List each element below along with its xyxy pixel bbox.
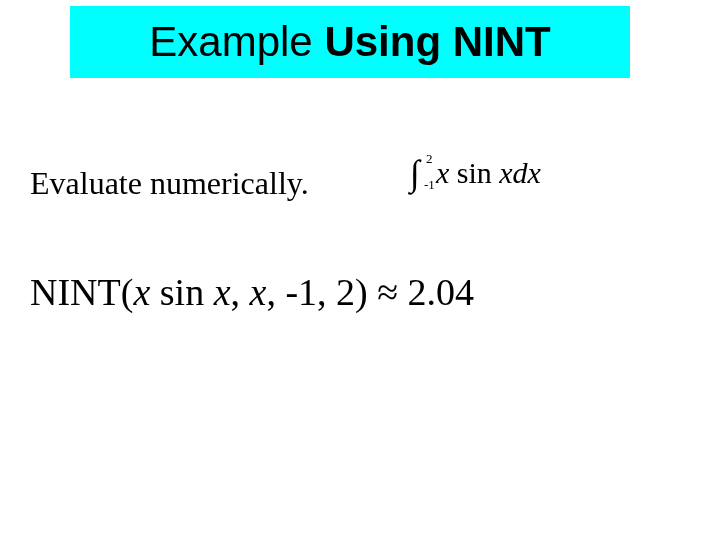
res-comma1: , bbox=[231, 271, 250, 313]
title-prefix: Example bbox=[149, 18, 324, 65]
res-xvar: x bbox=[250, 271, 267, 313]
integrand: x sin xdx bbox=[436, 156, 541, 190]
prompt-text: Evaluate numerically. bbox=[30, 165, 309, 202]
res-value: 2.04 bbox=[398, 271, 474, 313]
lower-limit: -1 bbox=[424, 177, 435, 193]
upper-limit: 2 bbox=[426, 151, 433, 167]
nint-func: NINT( bbox=[30, 271, 133, 313]
integral-symbol: ∫ bbox=[410, 153, 420, 193]
title-bold: Using NINT bbox=[324, 18, 550, 65]
integrand-x2: xdx bbox=[499, 156, 541, 189]
res-x1: x bbox=[133, 271, 150, 313]
res-approx: ≈ bbox=[377, 271, 398, 313]
res-rest: , -1, 2) bbox=[266, 271, 377, 313]
title-box: Example Using NINT bbox=[70, 6, 630, 78]
result-expression: NINT(x sin x, x, -1, 2) ≈ 2.04 bbox=[30, 270, 474, 314]
integral-expression: ∫ 2 -1 x sin xdx bbox=[410, 155, 541, 191]
slide-title: Example Using NINT bbox=[149, 18, 550, 66]
integrand-sin: sin bbox=[449, 156, 499, 189]
integrand-x1: x bbox=[436, 156, 449, 189]
integral-sign: ∫ 2 -1 bbox=[410, 155, 420, 191]
res-sin: sin bbox=[150, 271, 213, 313]
res-x2: x bbox=[214, 271, 231, 313]
